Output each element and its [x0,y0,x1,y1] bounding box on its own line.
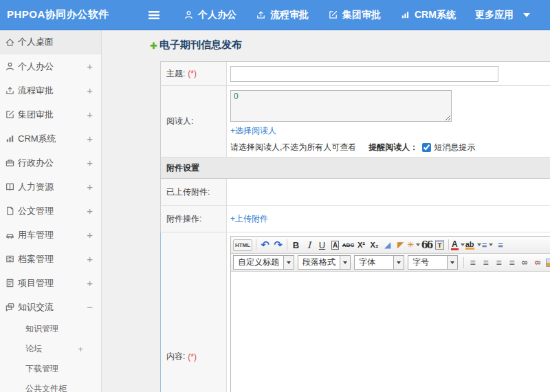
font-color-button[interactable]: A [451,238,465,252]
sidebar-item-label: 个人办公 [18,61,54,73]
toolbar-separator[interactable] [256,239,256,250]
eraser-button[interactable]: ◢ [381,238,394,252]
hamburger-menu-icon[interactable] [146,8,162,23]
nav-item-personal-office[interactable]: 个人办公 [184,9,236,21]
combo-arrow-icon [447,256,457,269]
nav-item-crm[interactable]: CRM系统 [400,9,456,21]
autotypeset-button[interactable]: ✳ [407,238,420,252]
italic-button[interactable]: I [302,238,316,252]
readers-help-text: 请选择阅读人,不选为所有人可查看 [230,142,356,153]
main-content: 电子期刊信息发布 主题: (*) 阅读人: 0 +选择阅读人 [102,30,550,392]
upload-attachment-link[interactable]: +上传附件 [230,213,550,225]
align-justify-button[interactable]: ≡ [505,256,518,270]
chevron-down-icon[interactable] [523,13,530,17]
unlink-button[interactable]: 8 [531,256,544,270]
expand-toggle[interactable]: + [87,61,93,72]
sidebar-item-crm[interactable]: CRM系统 + [0,127,101,151]
ordered-list-button[interactable]: ≡ [481,238,494,252]
editor-combo-group: 自定义标题 段落格式 [233,255,461,270]
readers-textarea[interactable]: 0 [230,90,452,122]
sidebar-item-icon [5,230,15,240]
align-center-button[interactable]: ≡ [479,256,492,270]
font-size-select[interactable]: 字号 [408,255,458,270]
sidebar-item-document-mgmt[interactable]: 公文管理 + [0,199,101,223]
sidebar-item-vehicle-mgmt[interactable]: 用车管理 + [0,223,101,247]
sidebar-item-download-mgmt[interactable]: 下载管理 [0,359,101,379]
font-family-select[interactable]: 字体 [354,255,404,270]
sidebar-item-label: 行政办公 [18,157,54,169]
bold-button[interactable]: B [289,238,302,252]
align-left-button[interactable]: ≡ [466,256,479,270]
toolbar-separator[interactable] [463,257,464,268]
toolbar-separator[interactable] [448,239,449,250]
combo-arrow-icon [393,256,404,269]
paragraph-format-select[interactable]: 段落格式 [298,255,351,270]
nav-item-label: 流程审批 [270,9,309,21]
sidebar-item-label: 个人桌面 [18,36,54,48]
expand-toggle[interactable]: + [87,229,93,241]
format-brush-button[interactable]: ◤ [394,238,407,252]
expand-toggle[interactable]: + [87,133,93,144]
sidebar-item-personal-office[interactable]: 个人办公 + [0,54,101,78]
undo-button[interactable]: ↶ [258,238,272,252]
expand-toggle[interactable]: + [87,205,93,217]
sidebar-item-hr[interactable]: 人力资源 + [0,175,101,199]
toolbar-separator[interactable] [287,239,287,250]
sidebar-item-forum[interactable]: 论坛 + [0,339,101,359]
top-header: PHPOA协同办公软件 个人办公 流程审批 集团审批 [0,0,550,30]
html-source-button[interactable]: HTML [233,239,252,251]
strikethrough-button[interactable]: ABC [342,238,355,252]
superscript-button[interactable]: X² [355,238,368,252]
unordered-list-button[interactable]: ≡ [494,238,507,252]
remove-format-button[interactable]: A [329,238,342,252]
readers-row: 阅读人: 0 +选择阅读人 请选择阅读人,不选为所有人可查看 提醒阅读人： 短消… [160,86,550,157]
sidebar-item-workflow-approval[interactable]: 流程审批 + [0,78,101,102]
subject-input[interactable] [230,66,498,82]
nav-item-label: CRM系统 [415,9,456,21]
sms-checkbox[interactable] [422,143,431,152]
sidebar-item-admin-office[interactable]: 行政办公 + [0,151,101,175]
rich-text-editor: HTML ↶ ↷ B [230,236,550,392]
redo-button[interactable]: ↷ [272,238,285,252]
expand-toggle[interactable]: + [87,277,93,289]
custom-title-select[interactable]: 自定义标题 [233,255,294,270]
expand-toggle[interactable]: + [78,344,83,354]
align-right-button[interactable]: ≡ [492,256,505,270]
highlight-color-button[interactable]: ab [465,238,481,252]
sidebar-item-archive-mgmt[interactable]: 档案管理 + [0,247,101,271]
expand-toggle[interactable]: + [87,109,93,120]
sidebar-item-project-mgmt[interactable]: 项目管理 + [0,271,101,295]
app-window: PHPOA协同办公软件 个人办公 流程审批 集团审批 [0,0,550,392]
sidebar-item-icon [5,254,15,264]
nav-item-group-approval[interactable]: 集团审批 [328,9,381,21]
expand-toggle[interactable]: + [87,253,93,265]
sidebar-item-icon [5,37,15,47]
expand-toggle[interactable]: − [87,301,93,313]
subscript-button[interactable]: X₂ [368,238,381,252]
combo-arrow-icon [340,256,350,269]
nav-item-label: 更多应用 [475,9,514,21]
sidebar-item-public-cabinet[interactable]: 公共文件柜 [0,379,101,392]
nav-item-workflow-approval[interactable]: 流程审批 [256,9,309,21]
blockquote-button[interactable]: 66 [420,238,433,252]
nav-item-icon [184,10,194,20]
nav-item-more-apps[interactable]: 更多应用 [475,9,514,21]
insert-image-button[interactable] [544,256,550,270]
sidebar-item-desktop[interactable]: 个人桌面 [0,30,101,54]
sidebar-item-label: 公共文件柜 [25,383,67,392]
page-title: 电子期刊信息发布 [150,39,550,52]
sidebar-item-knowledge-mgmt[interactable]: 知识管理 [0,319,101,339]
sidebar-item-knowledge-exchange[interactable]: 知识交流 − [0,295,101,319]
attachment-section-header: 附件设置 [160,157,550,179]
choose-readers-link[interactable]: +选择阅读人 [230,125,550,137]
underline-button[interactable]: U [316,238,329,252]
expand-toggle[interactable]: + [87,85,93,96]
sidebar-item-label: 流程审批 [18,85,54,97]
paste-text-button[interactable]: T [433,238,446,252]
editor-content-area[interactable] [231,272,550,392]
required-mark: (*) [188,69,197,78]
expand-toggle[interactable]: + [87,181,93,193]
sidebar-item-group-approval[interactable]: 集团审批 + [0,102,101,127]
link-button[interactable]: 8 [518,256,531,270]
expand-toggle[interactable]: + [87,157,93,168]
